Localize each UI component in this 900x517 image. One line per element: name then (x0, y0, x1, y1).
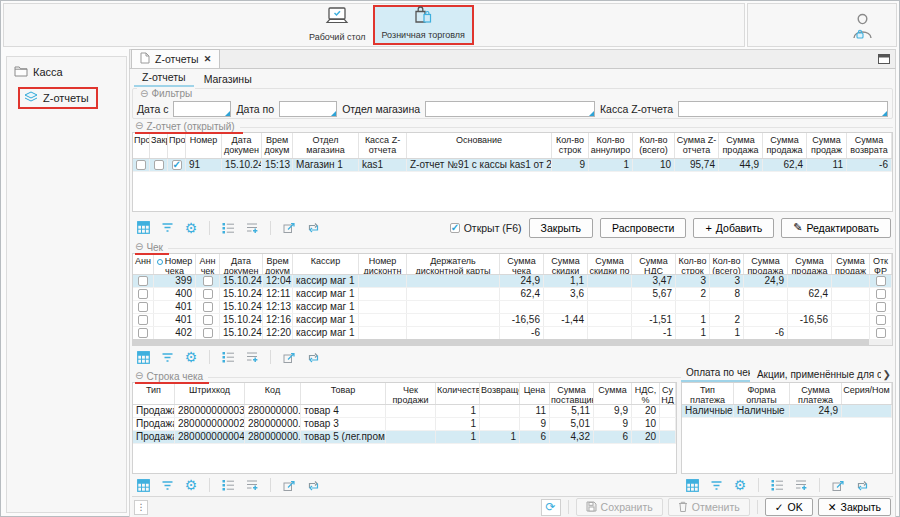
scrollbar-thumb[interactable] (133, 339, 869, 345)
tab-payment[interactable]: Оплата по чеку (681, 367, 750, 382)
save-button[interactable]: Сохранить (576, 498, 663, 516)
table-row[interactable]: НаличныеНаличные24,9 (682, 405, 892, 418)
column-header[interactable]: Форма оплаты (734, 383, 790, 404)
column-header[interactable]: Номер дисконтн (359, 254, 407, 274)
column-header[interactable]: Су НД (660, 383, 676, 404)
sidebar-item-zreports[interactable]: Z-отчеты (24, 91, 89, 105)
column-header[interactable]: Сумма скидки (544, 254, 588, 274)
column-header[interactable]: Про (168, 133, 186, 158)
refresh-icon[interactable] (305, 350, 321, 365)
column-header[interactable]: Тип платежа (682, 383, 734, 404)
column-header[interactable]: Отдел магазина (293, 133, 359, 158)
edit-button[interactable]: ✎Редактировать (781, 218, 891, 238)
tab-promotions[interactable]: Акции, применённые для стр... (752, 369, 881, 382)
refresh-icon[interactable] (854, 478, 870, 493)
numbered-list-icon[interactable] (220, 220, 236, 235)
column-header[interactable]: Касса Z-отчета (359, 133, 407, 158)
column-header[interactable]: Кол-во (всего) (633, 133, 675, 158)
checkbox[interactable] (138, 276, 148, 286)
table-row[interactable]: 39915.10.2412:04кассир маг 124,91,13,473… (133, 275, 892, 288)
list-add-icon[interactable] (244, 350, 260, 365)
cancel-button[interactable]: Отменить (668, 498, 750, 516)
list-add-icon[interactable] (793, 478, 809, 493)
subtab-zreports[interactable]: Z-отчеты (134, 70, 194, 87)
column-header[interactable]: Сумма поставщик (550, 383, 594, 404)
column-header[interactable]: Кол-во аннулиро (589, 133, 633, 158)
column-header[interactable]: Анн чек (196, 254, 220, 274)
collapse-icon[interactable]: ⊖ (135, 121, 143, 131)
subtab-stores[interactable]: Магазины (196, 72, 260, 87)
checkbox[interactable] (876, 315, 886, 325)
column-header[interactable]: Держатель дисконтной карты (407, 254, 500, 274)
h-scrollbar[interactable] (133, 339, 892, 345)
column-header[interactable]: Дата докумен (220, 254, 263, 274)
column-header[interactable]: Сумма НДС (632, 254, 676, 274)
store-dept-input[interactable] (426, 102, 594, 116)
column-header[interactable]: Сумма продажа (744, 254, 788, 274)
date-from-input[interactable] (174, 102, 230, 116)
column-header[interactable]: НДС, % (632, 383, 660, 404)
refresh-icon[interactable] (305, 220, 321, 235)
collapse-icon[interactable]: ⊖ (135, 242, 143, 252)
column-header[interactable]: Сумма продажа (763, 133, 807, 158)
user-icon[interactable] (849, 11, 876, 44)
export-icon[interactable] (281, 478, 297, 493)
settings-gear-icon[interactable]: ⚙ (183, 350, 199, 365)
column-header[interactable]: Тип (133, 383, 175, 404)
column-header[interactable]: Количество (436, 383, 480, 404)
close-zreport-button[interactable]: Закрыть (529, 218, 593, 238)
export-icon[interactable] (830, 478, 846, 493)
column-header[interactable]: Анн (133, 254, 154, 274)
open-f6-checkbox[interactable]: Открыт (F6) (450, 222, 522, 234)
filter-icon[interactable] (159, 350, 175, 365)
column-header[interactable]: Сумма продажа (719, 133, 763, 158)
table-row[interactable]: Продажа2800000000042280000000...товар 5 … (133, 431, 676, 444)
unpost-button[interactable]: Распровести (600, 218, 686, 238)
checkbox[interactable] (203, 315, 213, 325)
checkbox[interactable] (876, 302, 886, 312)
checkbox[interactable] (138, 315, 148, 325)
numbered-list-icon[interactable] (220, 478, 236, 493)
table-row[interactable]: Продажа2800000000035280000000...товар 41… (133, 405, 676, 418)
column-header[interactable]: Про (133, 133, 150, 158)
checkbox[interactable] (172, 160, 182, 170)
column-header[interactable]: Сумма продажа (788, 254, 832, 274)
checkbox[interactable] (876, 328, 886, 338)
table-row[interactable]: 40115.10.2412:16кассир маг 1-16,56-1,44-… (133, 314, 892, 327)
column-header[interactable]: Сумма продаж (832, 254, 870, 274)
column-header[interactable]: Серия/Ном (842, 383, 892, 404)
export-icon[interactable] (281, 220, 297, 235)
column-header[interactable]: Штрихкод (175, 383, 245, 404)
settings-gear-icon[interactable]: ⚙ (732, 478, 748, 493)
checkbox[interactable] (203, 302, 213, 312)
table-row[interactable]: Продажа2800000000028280000000...товар 31… (133, 418, 676, 431)
column-header[interactable]: Врем докум (262, 133, 293, 158)
numbered-list-icon[interactable] (769, 478, 785, 493)
close-tab-icon[interactable]: ✕ (204, 54, 212, 64)
filter-icon[interactable] (159, 478, 175, 493)
checkbox[interactable] (138, 289, 148, 299)
column-header[interactable]: Сумма возврата (847, 133, 892, 158)
collapse-icon[interactable]: ⊖ (135, 371, 143, 381)
sidebar-group-kassa[interactable]: Касса (12, 63, 121, 81)
filter-icon[interactable] (159, 220, 175, 235)
close-button[interactable]: ✕ Закрыть (818, 498, 891, 516)
document-tab-zreports[interactable]: Z-отчеты ✕ (131, 49, 220, 68)
column-header[interactable]: Возвращен (480, 383, 520, 404)
table-grid-icon[interactable] (684, 478, 700, 493)
column-header[interactable]: Дата докумен (222, 133, 262, 158)
checkbox[interactable] (154, 160, 164, 170)
kebab-menu-icon[interactable]: ⋮ (134, 500, 148, 515)
refresh-icon[interactable]: ⟳ (541, 499, 561, 516)
column-header[interactable]: Закр (150, 133, 168, 158)
ok-button[interactable]: ✓ OK (765, 498, 813, 516)
column-header[interactable]: Основание (407, 133, 552, 158)
column-header[interactable]: Кол-во (всего) (710, 254, 744, 274)
column-header[interactable]: Кассир (293, 254, 359, 274)
table-grid-icon[interactable] (135, 478, 151, 493)
export-icon[interactable] (281, 350, 297, 365)
refresh-icon[interactable] (305, 478, 321, 493)
toolbar-item-desktop[interactable]: Рабочий стол (302, 5, 373, 45)
column-header[interactable]: Код (245, 383, 301, 404)
checkbox[interactable] (203, 328, 213, 338)
